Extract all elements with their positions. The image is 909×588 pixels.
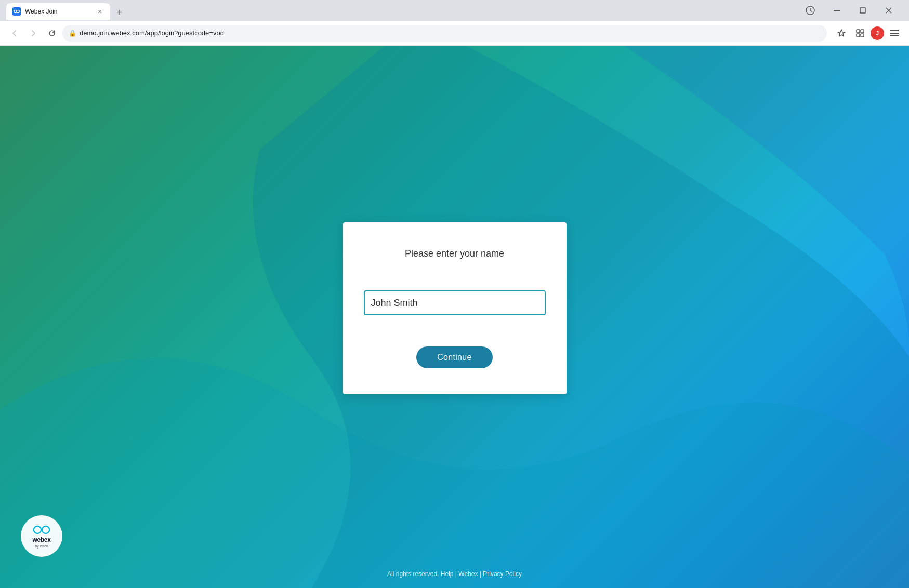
name-input[interactable] — [364, 290, 546, 315]
svg-point-15 — [42, 526, 49, 533]
page-footer: All rights reserved. Help | Webex | Priv… — [0, 570, 909, 578]
nav-bar: 🔒 demo.join.webex.com/app/login?guestcod… — [0, 21, 909, 46]
webex-logo-sub: by cisco — [35, 544, 48, 548]
footer-rights-text: All rights reserved. — [387, 570, 439, 578]
back-button[interactable] — [6, 25, 23, 42]
tab-title: Webex Join — [25, 8, 91, 15]
footer-help-link[interactable]: Help — [441, 570, 454, 578]
profile-history-icon[interactable] — [802, 2, 819, 19]
address-bar[interactable]: 🔒 demo.join.webex.com/app/login?guestcod… — [62, 25, 827, 42]
tab-favicon — [12, 7, 21, 16]
svg-rect-8 — [861, 30, 864, 33]
webex-logo: webex by cisco — [21, 515, 62, 557]
svg-rect-4 — [860, 8, 865, 13]
lock-icon: 🔒 — [69, 30, 76, 37]
webex-logo-text: webex — [32, 536, 50, 543]
active-tab[interactable]: Webex Join ✕ — [6, 3, 110, 20]
chrome-menu-icon[interactable] — [886, 25, 903, 42]
url-text: demo.join.webex.com/app/login?guestcode=… — [80, 29, 224, 37]
nav-actions: J — [833, 25, 903, 42]
close-button[interactable] — [877, 3, 901, 18]
tab-close-button[interactable]: ✕ — [96, 7, 104, 16]
extensions-icon[interactable] — [852, 25, 868, 42]
dialog-card: Please enter your name Continue — [343, 222, 567, 394]
svg-rect-9 — [857, 34, 860, 37]
bookmark-star-icon[interactable] — [833, 25, 850, 42]
dialog-title: Please enter your name — [405, 248, 504, 259]
svg-point-0 — [14, 10, 17, 12]
footer-webex-link[interactable]: Webex — [458, 570, 478, 578]
svg-rect-7 — [857, 30, 860, 33]
page-content: Please enter your name Continue webex by… — [0, 46, 909, 588]
maximize-button[interactable] — [851, 3, 875, 18]
footer-privacy-link[interactable]: Privacy Policy — [483, 570, 522, 578]
window-controls — [798, 2, 905, 19]
new-tab-button[interactable]: + — [112, 5, 127, 20]
reload-button[interactable] — [44, 25, 60, 42]
webex-logo-icon — [33, 525, 50, 535]
svg-point-14 — [34, 526, 41, 533]
title-bar: Webex Join ✕ + — [0, 0, 909, 21]
minimize-button[interactable] — [825, 3, 849, 18]
svg-point-1 — [17, 10, 19, 12]
tab-bar: Webex Join ✕ + — [4, 1, 129, 20]
forward-button[interactable] — [25, 25, 42, 42]
continue-button[interactable]: Continue — [416, 346, 492, 368]
browser-frame: Webex Join ✕ + — [0, 0, 909, 588]
profile-avatar[interactable]: J — [871, 26, 884, 40]
svg-rect-10 — [861, 34, 864, 37]
svg-rect-3 — [834, 10, 840, 11]
